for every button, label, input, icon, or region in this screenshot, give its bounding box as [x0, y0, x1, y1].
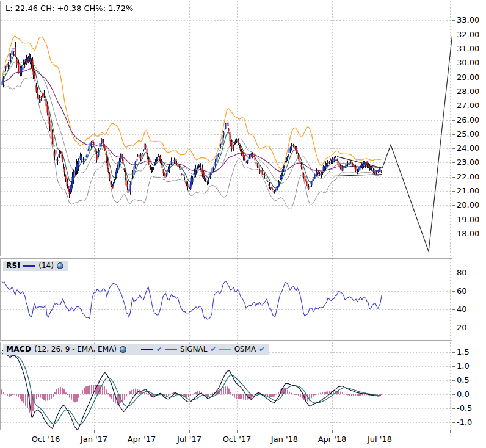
x-axis-tick: [332, 430, 333, 433]
y-axis-tick: [452, 380, 455, 381]
quote-summary: L: 22.46 CH: +0.38 CH%: 1.72%: [5, 4, 133, 13]
macd-line-swatch-icon: [141, 349, 153, 350]
macd-indicator-params: (12, 26, 9 - EMA, EMA): [34, 345, 117, 353]
y-axis-tick: [452, 309, 455, 310]
osma-label: OSMA: [234, 345, 256, 353]
chart-window: L: 22.46 CH: +0.38 CH%: 1.72% RSI (14) M…: [0, 0, 486, 448]
macd-indicator-name: MACD: [6, 345, 31, 353]
x-axis-label: Jul '17: [177, 435, 201, 444]
y-axis-label: 21.00: [457, 186, 479, 195]
x-axis-label: Jul '18: [368, 435, 392, 444]
y-axis-tick: [452, 394, 455, 395]
y-axis-label: 32.00: [457, 30, 479, 39]
osma-swatch-icon: [219, 349, 231, 350]
rsi-indicator-header[interactable]: RSI (14): [3, 261, 68, 271]
y-axis-tick: [452, 120, 455, 121]
macd-chart-canvas[interactable]: [1, 342, 452, 430]
x-axis-tick: [380, 430, 380, 433]
price-panel: L: 22.46 CH: +0.38 CH%: 1.72%: [0, 1, 452, 256]
y-axis-label: 23.00: [457, 157, 479, 167]
y-axis-tick: [452, 63, 455, 63]
x-axis-label: Oct '16: [32, 435, 60, 444]
y-axis-tick: [452, 148, 455, 149]
x-axis-label: Apr '18: [318, 435, 347, 444]
y-axis-label: -0.5: [457, 403, 472, 413]
macd-panel: MACD (12, 26, 9 - EMA, EMA) ✔ SIGNAL ✔ O…: [0, 342, 452, 430]
signal-line-swatch-icon: [165, 349, 177, 350]
rsi-indicator-name: RSI: [6, 261, 20, 270]
x-axis-tick: [450, 430, 451, 433]
y-axis-label: 24.00: [457, 143, 479, 153]
globe-icon[interactable]: [120, 346, 126, 353]
y-axis-label: 30.00: [457, 58, 479, 67]
rsi-line-swatch-icon: [23, 265, 35, 267]
x-axis-tick: [189, 430, 190, 433]
x-axis-tick: [46, 430, 46, 433]
y-axis-label: 1.5: [457, 347, 470, 356]
x-axis-tick: [237, 430, 238, 433]
rsi-chart-canvas[interactable]: [1, 259, 452, 340]
y-axis-tick: [452, 205, 455, 206]
y-axis-tick: [452, 191, 455, 192]
rsi-panel: RSI (14): [0, 258, 452, 341]
x-axis-tick: [285, 430, 285, 433]
y-axis-tick: [452, 408, 455, 409]
y-axis-label: 1.0: [457, 361, 470, 370]
y-axis-label: 31.00: [457, 44, 479, 53]
x-axis-tick: [142, 430, 142, 433]
y-axis-label: 25.00: [457, 129, 479, 139]
y-axis-label: 29.00: [457, 73, 479, 82]
y-axis-tick: [452, 20, 455, 21]
signal-checkbox[interactable]: ✔: [210, 346, 216, 353]
y-axis-label: 20.00: [457, 200, 479, 209]
macd-indicator-header[interactable]: MACD (12, 26, 9 - EMA, EMA) ✔ SIGNAL ✔ O…: [3, 344, 269, 355]
y-axis-tick: [452, 78, 455, 78]
y-axis-tick: [452, 273, 455, 273]
y-axis-label: 20: [457, 323, 467, 332]
y-axis-tick: [452, 422, 455, 423]
y-axis-tick: [452, 92, 455, 92]
y-axis-tick: [452, 220, 455, 220]
y-axis-label: 0.0: [457, 389, 470, 399]
y-axis-label: 27.00: [457, 101, 479, 110]
y-axis-tick: [452, 134, 455, 135]
y-axis-tick: [452, 35, 455, 35]
y-axis-label: -1.0: [457, 417, 472, 427]
rsi-indicator-param: (14): [38, 261, 54, 270]
y-axis-tick: [452, 352, 455, 353]
y-axis-tick: [452, 291, 455, 292]
x-axis-label: Jan '17: [81, 435, 107, 444]
globe-icon[interactable]: [57, 262, 63, 269]
y-axis-tick: [452, 106, 455, 106]
signal-label: SIGNAL: [180, 345, 207, 353]
y-axis-label: 26.00: [457, 115, 479, 125]
x-axis-label: Apr '17: [128, 435, 156, 444]
price-chart-canvas[interactable]: [1, 1, 452, 256]
y-axis-tick: [452, 234, 455, 234]
y-axis-tick: [452, 162, 455, 163]
y-axis-label: 19.00: [457, 215, 479, 224]
y-axis-label: 28.00: [457, 87, 479, 96]
y-axis-label: 33.00: [457, 15, 479, 24]
x-axis-label: Jan '18: [271, 435, 298, 444]
y-axis-label: 40: [457, 305, 467, 314]
y-axis-tick: [452, 366, 455, 367]
y-axis-tick: [452, 49, 455, 49]
y-axis-label: 60: [457, 286, 467, 295]
x-axis-label: Oct '17: [223, 435, 252, 444]
y-axis-tick: [452, 328, 455, 328]
y-axis-label: 0.5: [457, 375, 470, 385]
x-axis-tick: [94, 430, 95, 433]
osma-checkbox[interactable]: ✔: [259, 346, 264, 353]
y-axis-label: 80: [457, 268, 467, 277]
y-axis-tick: [452, 177, 455, 178]
macd-line-checkbox[interactable]: ✔: [156, 346, 162, 353]
y-axis-label: 18.00: [457, 229, 479, 238]
y-axis-label: 22.00: [457, 172, 479, 181]
